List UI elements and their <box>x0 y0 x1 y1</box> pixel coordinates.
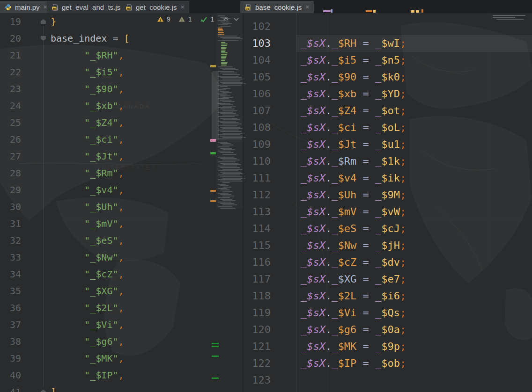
code-line[interactable]: "_$g6", <box>51 333 243 350</box>
line-number: 117 <box>244 271 272 288</box>
code-line[interactable]: "_$MK", <box>51 350 243 367</box>
close-icon[interactable]: × <box>305 4 310 10</box>
line-number: 113 <box>244 203 272 220</box>
close-icon[interactable]: × <box>180 4 185 10</box>
svg-text:JS: JS <box>246 7 250 10</box>
line-number: 106 <box>244 86 272 102</box>
line-number: 38 <box>0 333 49 350</box>
warning-icon <box>157 17 163 22</box>
code-line[interactable]: _$sX._$xb = _$YD; <box>301 86 532 102</box>
code-line[interactable]: _$sX._$Jt = _$u1; <box>301 136 532 153</box>
code-line[interactable]: "_$mV", <box>51 215 243 232</box>
code-line[interactable]: _$sX._$Vi = _$Qs; <box>301 305 532 321</box>
line-number: 115 <box>244 237 272 254</box>
line-number: 37 <box>0 316 49 333</box>
code-line[interactable]: "_$2L", <box>51 299 243 316</box>
code-line[interactable]: "_$XG", <box>51 283 243 299</box>
javascript-file-icon: JS <box>126 4 133 11</box>
tab-get-eval-and-ts-js[interactable]: JS get_eval_and_ts.js × <box>47 1 133 13</box>
left-editor-pane[interactable]: 1920212223242526272829303132333435363738… <box>0 0 243 392</box>
tab-label: get_eval_and_ts.js <box>62 3 120 11</box>
svg-text:JS: JS <box>52 7 56 10</box>
line-number: 21 <box>0 47 49 64</box>
code-line[interactable]: _$sX._$2L = _$i6; <box>301 288 532 305</box>
line-number: 40 <box>0 367 49 384</box>
code-line[interactable] <box>301 18 532 35</box>
prev-problem-icon[interactable] <box>222 16 229 22</box>
code-line[interactable]: _$sX._$mV = _$vW; <box>301 203 532 220</box>
stripe-marker[interactable] <box>210 200 216 202</box>
line-number: 112 <box>244 187 272 203</box>
code-line[interactable]: _$sX._$cZ = _$dv; <box>301 254 532 271</box>
next-problem-icon[interactable] <box>233 16 240 22</box>
tab-main-py[interactable]: main.py × <box>0 1 52 13</box>
clipped-code-fragment <box>421 9 423 13</box>
code-line[interactable]: _$sX._$IP = _$ob; <box>301 355 532 372</box>
code-line[interactable]: _$sX._$MK = _$9p; <box>301 338 532 355</box>
code-line[interactable]: _$sX._$XG = _$e7; <box>301 271 532 288</box>
weak-warning-icon <box>179 17 185 22</box>
code-line[interactable]: _$sX._$Rm = _$1k; <box>301 153 532 170</box>
code-line[interactable]: _$sX._$RH = _$wI; <box>301 35 532 52</box>
line-number: 29 <box>0 181 49 198</box>
line-number: 102 <box>244 18 272 35</box>
code-line[interactable]: _$sX._$v4 = _$ik; <box>301 170 532 187</box>
code-line[interactable]: _$sX._$i5 = _$n5; <box>301 52 532 69</box>
warning-count: 9 <box>167 15 170 23</box>
line-number: 108 <box>244 119 272 136</box>
left-gutter: 1920212223242526272829303132333435363738… <box>0 13 49 392</box>
inspections-widget[interactable]: 9 1 1 <box>157 15 240 23</box>
code-line[interactable]: "_$eS", <box>51 232 243 249</box>
line-number: 120 <box>244 321 272 338</box>
minimap[interactable] <box>210 13 243 209</box>
line-number: 35 <box>0 283 49 299</box>
code-line[interactable]: _$sX._$Z4 = _$ot; <box>301 102 532 119</box>
code-line[interactable]: "_$cZ", <box>51 266 243 283</box>
clipped-code-fragment <box>323 10 331 12</box>
fold-marker-icon[interactable] <box>41 36 46 41</box>
clipped-code-fragment <box>366 10 372 12</box>
code-line[interactable]: _$sX._$g6 = _$0a; <box>301 321 532 338</box>
line-number: 36 <box>0 299 49 316</box>
editor-tab-bar: main.py × JS get_eval_and_ts.js × JS get… <box>0 0 532 13</box>
code-line[interactable]: ] <box>51 384 243 392</box>
stripe-marker[interactable] <box>210 65 216 67</box>
minimap-code-preview <box>216 13 243 209</box>
tab-get-cookie-js[interactable]: JS get_cookie.js × <box>121 1 189 13</box>
code-line[interactable]: _$sX._$90 = _$k0; <box>301 69 532 86</box>
code-line[interactable]: "_$Nw", <box>51 249 243 266</box>
line-number: 20 <box>0 30 49 47</box>
code-line[interactable]: "_$IP", <box>51 367 243 384</box>
clipped-code-fragment <box>416 10 419 13</box>
weak-warning-count: 1 <box>188 15 192 23</box>
scrollbar-thumb[interactable] <box>212 71 219 140</box>
line-number: 26 <box>0 131 49 148</box>
vcs-change-mark <box>212 356 219 357</box>
line-number: 123 <box>244 372 272 389</box>
line-number: 116 <box>244 254 272 271</box>
code-line[interactable]: _$sX._$ci = _$oL; <box>301 119 532 136</box>
right-code[interactable]: _$sX._$RH = _$wI;_$sX._$i5 = _$n5;_$sX._… <box>301 18 532 389</box>
line-number: 118 <box>244 288 272 305</box>
line-number: 111 <box>244 170 272 187</box>
line-number: 25 <box>0 114 49 131</box>
tab-base-cookie-js[interactable]: JS base_cookie.js × <box>240 1 314 13</box>
right-pane-widget-bar <box>493 17 515 18</box>
typo-count: 1 <box>211 15 214 23</box>
code-line[interactable]: _$sX._$eS = _$cJ; <box>301 220 532 237</box>
code-line[interactable] <box>301 372 532 389</box>
stripe-marker[interactable] <box>210 152 216 154</box>
code-line[interactable]: _$sX._$Nw = _$jH; <box>301 237 532 254</box>
line-number: 27 <box>0 148 49 165</box>
code-line[interactable]: _$sX._$Uh = _$9M; <box>301 187 532 203</box>
right-editor-pane[interactable]: 1021031041051061071081091101111121131141… <box>243 0 532 392</box>
tab-label: base_cookie.js <box>255 3 302 11</box>
line-number: 107 <box>244 102 272 119</box>
fold-marker-icon[interactable] <box>41 390 46 392</box>
right-pane-widget-bar <box>496 19 524 20</box>
line-number: 19 <box>0 13 49 30</box>
line-number: 30 <box>0 198 49 215</box>
fold-marker-icon[interactable] <box>41 19 46 24</box>
code-line[interactable]: "_$Vi", <box>51 316 243 333</box>
stripe-marker[interactable] <box>210 190 216 192</box>
